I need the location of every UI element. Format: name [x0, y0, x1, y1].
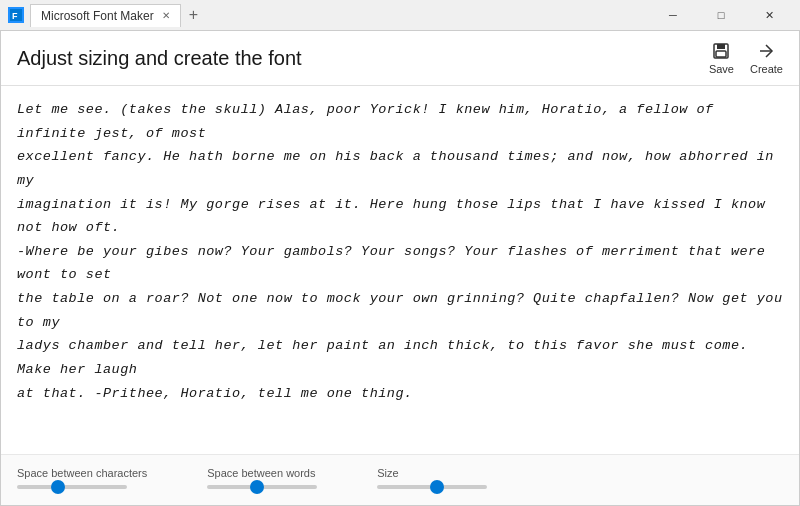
app-icon: F	[8, 7, 24, 23]
svg-rect-4	[716, 51, 726, 57]
add-tab-button[interactable]: +	[183, 6, 204, 24]
window-controls: ─ □ ✕	[650, 0, 792, 30]
handwritten-passage: Let me see. (takes the skull) Alas, poor…	[17, 98, 783, 405]
app-tab[interactable]: Microsoft Font Maker ✕	[30, 4, 181, 27]
save-button[interactable]: Save	[709, 41, 734, 75]
bottom-controls: Space between characters Space between w…	[1, 454, 799, 505]
title-bar: F Microsoft Font Maker ✕ + ─ □ ✕	[0, 0, 800, 30]
svg-text:F: F	[12, 11, 18, 21]
header-actions: Save Create	[709, 41, 783, 75]
maximize-button[interactable]: □	[698, 0, 744, 30]
page-title: Adjust sizing and create the font	[17, 47, 709, 70]
size-slider[interactable]	[377, 485, 487, 489]
save-label: Save	[709, 63, 734, 75]
create-button[interactable]: Create	[750, 41, 783, 75]
size-label: Size	[377, 467, 487, 479]
main-content: Let me see. (takes the skull) Alas, poor…	[1, 86, 799, 454]
app-window: Adjust sizing and create the font Save C…	[0, 30, 800, 506]
space-words-control: Space between words	[207, 467, 317, 489]
tab-label: Microsoft Font Maker	[41, 9, 154, 23]
close-button[interactable]: ✕	[746, 0, 792, 30]
tab-close-icon[interactable]: ✕	[162, 10, 170, 21]
create-icon	[756, 41, 776, 61]
save-icon	[711, 41, 731, 61]
app-header: Adjust sizing and create the font Save C…	[1, 31, 799, 86]
create-label: Create	[750, 63, 783, 75]
minimize-button[interactable]: ─	[650, 0, 696, 30]
space-words-slider[interactable]	[207, 485, 317, 489]
svg-rect-3	[717, 44, 725, 49]
space-chars-label: Space between characters	[17, 467, 147, 479]
space-words-label: Space between words	[207, 467, 317, 479]
space-chars-slider[interactable]	[17, 485, 127, 489]
size-control: Size	[377, 467, 487, 489]
space-chars-control: Space between characters	[17, 467, 147, 489]
